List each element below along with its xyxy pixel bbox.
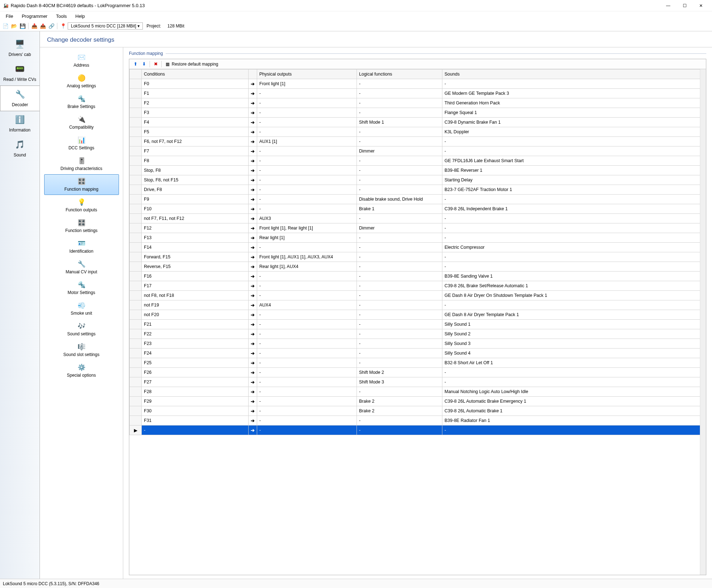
cell-logical-functions[interactable]: - (357, 79, 442, 89)
menu-help[interactable]: Help (71, 12, 89, 20)
cell-physical-outputs[interactable]: - (257, 204, 357, 214)
cell-sounds[interactable]: - (442, 195, 706, 204)
subnav-sound-slot-settings[interactable]: 🎼Sound slot settings (44, 340, 119, 360)
cell-sounds[interactable]: Third Generation Horn Pack (442, 98, 706, 108)
table-row[interactable]: F8 ➔ - - GE 7FDL16J6 Late Exhaust Smart … (130, 156, 706, 166)
table-row[interactable]: ▶ - ➔ - - - (130, 425, 706, 435)
cell-physical-outputs[interactable]: - (257, 368, 357, 377)
cell-conditions[interactable]: F23 (142, 339, 249, 349)
col-conditions[interactable]: Conditions (142, 69, 249, 79)
table-row[interactable]: F22 ➔ - - Silly Sound 2 (130, 329, 706, 339)
table-row[interactable]: not F8, not F18 ➔ - - GE Dash 8 Air Drye… (130, 291, 706, 300)
maximize-button[interactable]: ☐ (676, 0, 693, 11)
cell-logical-functions[interactable]: - (357, 243, 442, 252)
cell-logical-functions[interactable]: - (357, 416, 442, 425)
cell-physical-outputs[interactable]: - (257, 185, 357, 195)
cell-logical-functions[interactable]: - (357, 185, 442, 195)
cell-sounds[interactable]: - (442, 233, 706, 243)
cell-logical-functions[interactable]: - (357, 137, 442, 146)
left-nav-drivers-cab[interactable]: 🖥️Drivers' cab (0, 36, 40, 61)
cell-conditions[interactable]: F0 (142, 79, 249, 89)
cell-conditions[interactable]: - (142, 425, 249, 435)
cell-logical-functions[interactable]: - (357, 272, 442, 281)
cell-physical-outputs[interactable]: - (257, 416, 357, 425)
cell-logical-functions[interactable]: - (357, 214, 442, 223)
move-up-icon[interactable]: ⬆ (131, 60, 139, 68)
table-row[interactable]: F7 ➔ - Dimmer - (130, 146, 706, 156)
cell-physical-outputs[interactable]: AUX3 (257, 214, 357, 223)
cell-conditions[interactable]: Reverse, F15 (142, 262, 249, 272)
cell-logical-functions[interactable]: - (357, 349, 442, 358)
restore-default-button[interactable]: ▦ Restore default mapping (163, 61, 220, 67)
cell-logical-functions[interactable]: - (357, 300, 442, 310)
cell-sounds[interactable]: - (442, 300, 706, 310)
cell-conditions[interactable]: F30 (142, 406, 249, 416)
table-row[interactable]: F12 ➔ Front light [1], Rear light [1] Di… (130, 223, 706, 233)
cell-logical-functions[interactable]: Brake 2 (357, 397, 442, 406)
cell-conditions[interactable]: Forward, F15 (142, 252, 249, 262)
cell-sounds[interactable]: - (442, 252, 706, 262)
cell-conditions[interactable]: F10 (142, 204, 249, 214)
vertical-scrollbar[interactable] (700, 69, 706, 575)
cell-physical-outputs[interactable]: AUX4 (257, 300, 357, 310)
cell-logical-functions[interactable]: Shift Mode 3 (357, 377, 442, 387)
table-row[interactable]: F4 ➔ - Shift Mode 1 C39-8 Dynamic Brake … (130, 118, 706, 127)
cell-physical-outputs[interactable]: - (257, 272, 357, 281)
connect-icon[interactable]: 🔗 (47, 22, 55, 30)
cell-conditions[interactable]: F21 (142, 320, 249, 329)
cell-logical-functions[interactable]: - (357, 358, 442, 368)
table-row[interactable]: Stop, F8 ➔ - - B39-8E Reverser 1 (130, 166, 706, 175)
cell-sounds[interactable]: C39-8 26L Independent Brake 1 (442, 204, 706, 214)
cell-logical-functions[interactable]: Shift Mode 1 (357, 118, 442, 127)
cell-sounds[interactable]: GE Dash 8 Air Dryer Template Pack 1 (442, 310, 706, 320)
cell-physical-outputs[interactable]: - (257, 387, 357, 397)
table-row[interactable]: F26 ➔ - Shift Mode 2 - (130, 368, 706, 377)
cell-sounds[interactable]: Silly Sound 1 (442, 320, 706, 329)
subnav-dcc-settings[interactable]: 📊DCC Settings (44, 133, 119, 154)
cell-conditions[interactable]: not F19 (142, 300, 249, 310)
table-row[interactable]: F2 ➔ - - Third Generation Horn Pack (130, 98, 706, 108)
cell-conditions[interactable]: F13 (142, 233, 249, 243)
cell-logical-functions[interactable]: - (357, 108, 442, 118)
cell-physical-outputs[interactable]: - (257, 175, 357, 185)
subnav-address[interactable]: ✉️Address (44, 50, 119, 71)
subnav-compatibility[interactable]: 🔌Compatibility (44, 112, 119, 133)
table-row[interactable]: F23 ➔ - - Silly Sound 3 (130, 339, 706, 349)
cell-physical-outputs[interactable]: - (257, 156, 357, 166)
subnav-function-outputs[interactable]: 💡Function outputs (44, 195, 119, 216)
cell-conditions[interactable]: not F7, F11, not F12 (142, 214, 249, 223)
cell-logical-functions[interactable]: Dimmer (357, 146, 442, 156)
cell-physical-outputs[interactable]: - (257, 397, 357, 406)
subnav-driving-characteristics[interactable]: 🎚️Driving characteristics (44, 154, 119, 174)
subnav-analog-settings[interactable]: 🟡Analog settings (44, 71, 119, 92)
cell-conditions[interactable]: F1 (142, 89, 249, 98)
open-file-icon[interactable]: 📂 (10, 22, 18, 30)
left-nav-decoder[interactable]: 🔧Decoder (0, 86, 40, 111)
cell-conditions[interactable]: F9 (142, 195, 249, 204)
cell-logical-functions[interactable]: - (357, 252, 442, 262)
cell-physical-outputs[interactable]: - (257, 89, 357, 98)
cell-physical-outputs[interactable]: - (257, 339, 357, 349)
cell-sounds[interactable]: GE Modern GE Template Pack 3 (442, 89, 706, 98)
cell-physical-outputs[interactable]: - (257, 329, 357, 339)
subnav-sound-settings[interactable]: 🎶Sound settings (44, 319, 119, 340)
cell-sounds[interactable]: C39-8 Dynamic Brake Fan 1 (442, 118, 706, 127)
col-logical-functions[interactable]: Logical functions (357, 69, 442, 79)
cell-sounds[interactable]: K3L Doppler (442, 127, 706, 137)
left-nav-information[interactable]: ℹ️Information (0, 111, 40, 136)
table-row[interactable]: F1 ➔ - - GE Modern GE Template Pack 3 (130, 89, 706, 98)
cell-sounds[interactable]: Electric Compressor (442, 243, 706, 252)
cell-sounds[interactable]: Manual Notching Logic Auto Low/High Idle (442, 387, 706, 397)
read-decoder-icon[interactable]: 📥 (30, 22, 38, 30)
minimize-button[interactable]: — (660, 0, 676, 11)
subnav-function-mapping[interactable]: 🎛️Function mapping (44, 174, 119, 195)
table-row[interactable]: F5 ➔ - - K3L Doppler (130, 127, 706, 137)
table-row[interactable]: F0 ➔ Front light [1] - - (130, 79, 706, 89)
table-row[interactable]: F24 ➔ - - Silly Sound 4 (130, 349, 706, 358)
cell-conditions[interactable]: F2 (142, 98, 249, 108)
cell-physical-outputs[interactable]: - (257, 98, 357, 108)
cell-logical-functions[interactable]: Dimmer (357, 223, 442, 233)
delete-icon[interactable]: ✖ (152, 60, 160, 68)
cell-conditions[interactable]: F25 (142, 358, 249, 368)
table-row[interactable]: F6, not F7, not F12 ➔ AUX1 [1] - - (130, 137, 706, 146)
